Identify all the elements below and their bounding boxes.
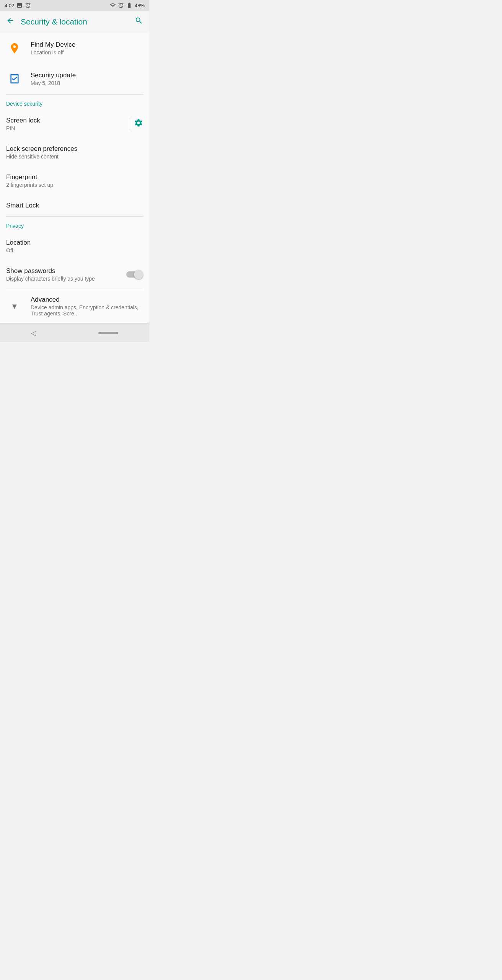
location-text: Location Off	[6, 239, 143, 253]
security-update-subtitle: May 5, 2018	[31, 80, 143, 86]
find-device-icon: !	[6, 40, 23, 57]
smart-lock-item[interactable]: Smart Lock	[0, 195, 149, 216]
bottom-nav: ◁	[0, 323, 149, 342]
back-button[interactable]	[6, 16, 15, 27]
fingerprint-subtitle: 2 fingerprints set up	[6, 182, 143, 188]
security-update-text: Security update May 5, 2018	[31, 72, 143, 86]
find-my-device-subtitle: Location is off	[31, 49, 143, 56]
svg-text:!: !	[13, 44, 15, 48]
toggle-thumb	[134, 270, 143, 279]
nav-home-pill[interactable]	[98, 332, 118, 334]
status-left: 4:02	[5, 2, 31, 8]
screen-lock-item[interactable]: Screen lock PIN	[0, 110, 149, 138]
content: ! Find My Device Location is off Securit…	[0, 33, 149, 323]
svg-point-0	[14, 52, 15, 53]
fingerprint-text: Fingerprint 2 fingerprints set up	[6, 173, 143, 188]
show-passwords-subtitle: Display characters briefly as you type	[6, 276, 126, 282]
nav-back-button[interactable]: ◁	[31, 329, 36, 337]
fingerprint-title: Fingerprint	[6, 173, 143, 181]
location-subtitle: Off	[6, 247, 143, 253]
screen-lock-text: Screen lock PIN	[6, 117, 124, 131]
advanced-subtitle: Device admin apps, Encryption & credenti…	[31, 304, 143, 317]
status-bar: 4:02 48%	[0, 0, 149, 11]
security-update-item[interactable]: Security update May 5, 2018	[0, 64, 149, 94]
privacy-header: Privacy	[0, 217, 149, 232]
page-title: Security & location	[21, 17, 129, 26]
smart-lock-text: Smart Lock	[6, 202, 143, 209]
show-passwords-toggle[interactable]	[126, 270, 143, 279]
screen-lock-separator	[129, 117, 129, 131]
clock-icon	[118, 2, 124, 8]
app-bar: Security & location	[0, 11, 149, 33]
chevron-down-icon: ▼	[6, 298, 23, 315]
show-passwords-item[interactable]: Show passwords Display characters briefl…	[0, 260, 149, 289]
photo-icon	[16, 2, 23, 8]
screen-lock-title: Screen lock	[6, 117, 124, 124]
wifi-icon	[110, 2, 116, 8]
advanced-title: Advanced	[31, 296, 143, 304]
security-update-icon	[6, 70, 23, 87]
show-passwords-title: Show passwords	[6, 267, 126, 275]
time: 4:02	[5, 3, 14, 8]
find-my-device-item[interactable]: ! Find My Device Location is off	[0, 33, 149, 64]
fingerprint-item[interactable]: Fingerprint 2 fingerprints set up	[0, 167, 149, 195]
lock-screen-prefs-subtitle: Hide sensitive content	[6, 154, 143, 160]
alarm-icon	[25, 2, 31, 8]
find-my-device-text: Find My Device Location is off	[31, 41, 143, 56]
security-update-title: Security update	[31, 72, 143, 79]
advanced-text: Advanced Device admin apps, Encryption &…	[31, 296, 143, 317]
device-security-header: Device security	[0, 95, 149, 110]
location-item[interactable]: Location Off	[0, 232, 149, 260]
lock-screen-prefs-text: Lock screen preferences Hide sensitive c…	[6, 145, 143, 160]
search-button[interactable]	[135, 16, 143, 27]
screen-lock-subtitle: PIN	[6, 125, 124, 131]
lock-screen-prefs-item[interactable]: Lock screen preferences Hide sensitive c…	[0, 138, 149, 167]
advanced-item[interactable]: ▼ Advanced Device admin apps, Encryption…	[0, 289, 149, 323]
show-passwords-text: Show passwords Display characters briefl…	[6, 267, 126, 282]
screen-lock-gear-button[interactable]	[134, 118, 143, 130]
find-my-device-title: Find My Device	[31, 41, 143, 49]
status-right: 48%	[110, 2, 145, 8]
location-title: Location	[6, 239, 143, 247]
lock-screen-prefs-title: Lock screen preferences	[6, 145, 143, 153]
battery-percent: 48%	[135, 3, 145, 8]
smart-lock-title: Smart Lock	[6, 202, 143, 209]
battery-icon	[126, 2, 133, 8]
